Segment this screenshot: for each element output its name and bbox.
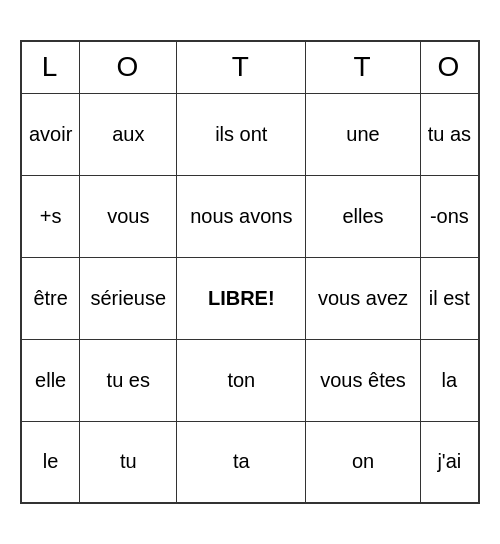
table-cell: elle: [21, 339, 80, 421]
table-row: elletu estonvous êtesla: [21, 339, 479, 421]
table-cell: ils ont: [177, 93, 306, 175]
header-cell: O: [80, 41, 177, 93]
table-cell: on: [306, 421, 420, 503]
table-cell: le: [21, 421, 80, 503]
header-cell: L: [21, 41, 80, 93]
header-row: LOTTO: [21, 41, 479, 93]
table-row: êtresérieuseLIBRE!vous avezil est: [21, 257, 479, 339]
table-cell: une: [306, 93, 420, 175]
table-cell: vous: [80, 175, 177, 257]
table-cell: tu: [80, 421, 177, 503]
table-cell: sérieuse: [80, 257, 177, 339]
table-cell: nous avons: [177, 175, 306, 257]
header-cell: T: [306, 41, 420, 93]
table-cell: tu as: [420, 93, 479, 175]
table-cell: vous avez: [306, 257, 420, 339]
table-row: +svousnous avonselles-ons: [21, 175, 479, 257]
table-cell: +s: [21, 175, 80, 257]
table-cell: aux: [80, 93, 177, 175]
bingo-card: LOTTO avoirauxils ontunetu as+svousnous …: [20, 40, 480, 504]
table-cell: LIBRE!: [177, 257, 306, 339]
table-cell: avoir: [21, 93, 80, 175]
table-row: letutaonj'ai: [21, 421, 479, 503]
table-cell: j'ai: [420, 421, 479, 503]
table-row: avoirauxils ontunetu as: [21, 93, 479, 175]
header-cell: O: [420, 41, 479, 93]
header-cell: T: [177, 41, 306, 93]
table-cell: tu es: [80, 339, 177, 421]
table-cell: vous êtes: [306, 339, 420, 421]
table-cell: être: [21, 257, 80, 339]
table-cell: elles: [306, 175, 420, 257]
table-cell: ta: [177, 421, 306, 503]
table-cell: -ons: [420, 175, 479, 257]
table-cell: ton: [177, 339, 306, 421]
table-cell: la: [420, 339, 479, 421]
table-cell: il est: [420, 257, 479, 339]
